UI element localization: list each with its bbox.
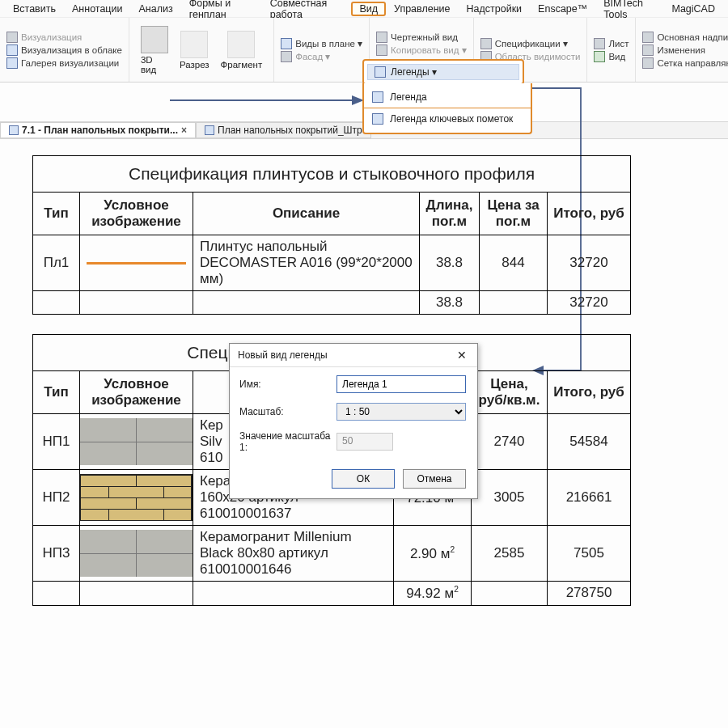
col-len: Длина, пог.м [420,193,480,235]
revisions-button[interactable]: Изменения [642,44,728,56]
name-label: Имя: [239,379,336,390]
col-total: Итого, руб [548,371,631,414]
doc-icon [9,125,19,135]
col-symbol: Условное изображение [80,371,193,414]
col-symbol: Условное изображение [80,193,193,235]
table-row: Пл1 Плинтус напольный DECOMASTER A016 (9… [33,235,631,291]
drafting-view-button[interactable]: Чертежный вид [376,32,467,43]
ok-button[interactable]: ОК [332,469,395,489]
legend-icon [375,66,386,78]
menu-analyze[interactable]: Анализ [130,2,180,16]
menu-insert[interactable]: Вставить [5,2,64,16]
table-row: 38.8 32720 [33,291,631,315]
menu-view[interactable]: Вид [351,2,386,16]
scale-value-readonly: 50 [336,433,393,451]
brick-swatch [80,474,193,521]
table-plinth: Спецификация плинтусов и стыковочного пр… [32,155,631,315]
menubar[interactable]: Вставить Аннотации Анализ Формы и генпла… [0,0,728,18]
legend-item[interactable]: Легенда [364,87,531,108]
guide-grid-button[interactable]: Сетка направляющ [642,57,728,69]
doc-icon [205,125,214,135]
scale-value-label: Значение масштаба 1: [239,430,336,453]
menu-enscape[interactable]: Enscape™ [530,2,595,16]
callout-button[interactable]: Фрагмент [216,21,268,78]
menu-manage[interactable]: Управление [386,2,459,16]
duplicate-view-button[interactable]: Копировать вид ▾ [376,44,467,56]
name-input[interactable] [336,375,466,393]
titleblock-button[interactable]: Основная надпись [642,32,728,43]
table-row: 94.92 м2 278750 [33,582,631,606]
view-button[interactable]: Вид [594,51,629,62]
viz-cloud-button[interactable]: Визуализация в облаке [6,44,122,56]
legends-dropdown[interactable]: Легенды ▾ Легенда Легенда ключевых помет… [362,59,524,85]
viz-button[interactable]: Визуализация [6,32,122,43]
section-button[interactable]: Разрез [175,21,214,78]
close-icon[interactable]: × [181,125,187,136]
planviews-button[interactable]: Виды в плане ▾ [281,38,362,49]
keynote-icon [372,113,383,125]
close-icon[interactable]: ✕ [455,349,469,362]
table-title: Спецификация плинтусов и стыковочного пр… [33,156,631,193]
doc-tab-2[interactable]: План напольных покрытий_Штр [196,122,371,138]
col-total: Итого, руб [548,193,631,235]
table-row: НП3 Керамогранит Millenium Black 80x80 а… [33,526,631,582]
dark-tile-swatch [80,530,193,577]
menu-magicad[interactable]: MagiCAD [664,2,724,16]
col-type: Тип [33,371,80,414]
annotation-arrow-1 [170,89,364,113]
tile-swatch [80,418,193,465]
keynote-legend-item[interactable]: Легенда ключевых пометок [364,108,531,129]
new-legend-dialog: Новый вид легенды ✕ Имя: Масштаб: 1 : 50… [229,343,478,499]
scale-label: Масштаб: [239,406,336,417]
menu-addins[interactable]: Надстройки [459,2,531,16]
3dview-button[interactable]: 3D вид [136,21,173,78]
scale-select[interactable]: 1 : 50 [336,403,466,421]
menu-annotate[interactable]: Аннотации [64,2,130,16]
cancel-button[interactable]: Отмена [403,469,466,489]
viz-gallery-button[interactable]: Галерея визуализации [6,57,122,69]
col-type: Тип [33,193,80,235]
schedules-button[interactable]: Спецификации ▾ [480,38,581,49]
col-desc: Описание [193,193,420,235]
doc-tab-1[interactable]: 7.1 - План напольных покрыти... × [0,122,196,138]
legend-icon [372,91,383,103]
sheet-button[interactable]: Лист [594,38,629,49]
legends-submenu: Легенда Легенда ключевых пометок [362,83,532,134]
dialog-title: Новый вид легенды [238,349,328,361]
legends-dropdown-head[interactable]: Легенды ▾ [367,64,519,80]
plinth-swatch [87,262,186,265]
elevation-button[interactable]: Фасад ▾ [281,51,362,62]
col-price: Цена, руб/кв.м. [472,371,548,414]
col-price: Цена за пог.м [480,193,548,235]
